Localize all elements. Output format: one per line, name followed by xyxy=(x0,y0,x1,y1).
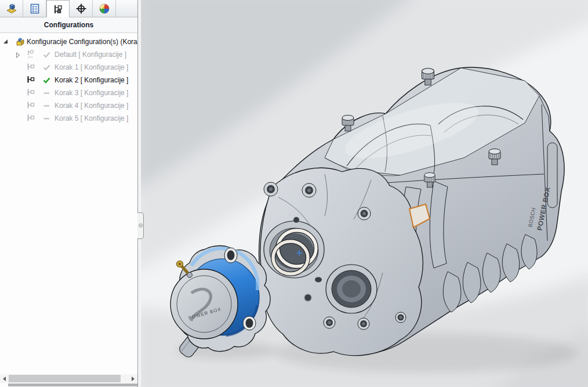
featuremanager-icon xyxy=(6,3,17,15)
configuration-icon xyxy=(27,88,35,96)
tree-item-korak-1[interactable]: Korak 1 [ Konfiguracije ] xyxy=(0,62,137,74)
status-check-gray-icon xyxy=(43,64,50,71)
tree-item-default[interactable]: Default [ Konfiguracije ] xyxy=(0,49,137,62)
scrollbar-thumb[interactable] xyxy=(9,375,121,382)
expand-arrow-icon[interactable] xyxy=(15,52,21,58)
tree-item-label: Korak 3 [ Konfiguracije ] xyxy=(55,89,128,97)
manager-tab-strip xyxy=(0,0,137,17)
tree-item-korak-3[interactable]: Korak 3 [ Konfiguracije ] xyxy=(0,87,137,100)
scroll-right-icon xyxy=(132,377,135,381)
panel-header: Configurations xyxy=(0,17,137,33)
tree-item-label: Korak 5 [ Konfiguracije ] xyxy=(55,114,128,122)
tree-item-label: Korak 2 [ Konfiguracije ] xyxy=(55,76,128,84)
flange-hole xyxy=(304,294,311,301)
displaymanager-icon xyxy=(99,3,110,15)
status-dash-icon xyxy=(43,90,50,96)
derived-configuration-icon xyxy=(27,50,34,59)
configuration-icon xyxy=(27,114,35,122)
3d-model-view: BOSCH POWER BOX xyxy=(141,0,588,387)
horizontal-scrollbar[interactable] xyxy=(0,374,137,383)
scrollbar-track[interactable] xyxy=(9,374,129,383)
collapse-arrow-icon[interactable] xyxy=(3,39,9,45)
flange-hole xyxy=(315,277,322,283)
tab-displaymanager[interactable] xyxy=(93,0,116,17)
graphics-viewport[interactable]: BOSCH POWER BOX xyxy=(141,0,588,387)
main-bore xyxy=(326,265,377,313)
tab-configurationmanager[interactable] xyxy=(46,0,70,17)
configurationmanager-icon xyxy=(52,3,64,15)
configuration-tree: Konfiguracije Configuration(s) (Kora xyxy=(0,36,137,125)
splitter-grip[interactable] xyxy=(137,212,144,239)
splitter-grip-dot xyxy=(139,223,143,227)
tree-item-label: Korak 1 [ Konfiguracije ] xyxy=(55,63,128,71)
solidworks-window: Configurations Konfiguracije Configurati… xyxy=(0,0,588,387)
dimxpertmanager-icon xyxy=(75,3,87,15)
configuration-icon xyxy=(27,101,35,109)
scroll-right-button[interactable] xyxy=(129,374,137,383)
tree-item-korak-5[interactable]: Korak 5 [ Konfiguracije ] xyxy=(0,113,137,125)
panel-bottom-edge xyxy=(8,384,137,386)
tree-item-label: Default [ Konfiguracije ] xyxy=(55,50,126,59)
configuration-manager-panel: Configurations Konfiguracije Configurati… xyxy=(0,0,137,387)
tab-dimxpertmanager[interactable] xyxy=(70,0,93,17)
tab-featuremanager[interactable] xyxy=(0,0,23,17)
status-check-gray-icon xyxy=(43,52,50,58)
front-housing-plate[interactable] xyxy=(260,168,423,355)
tree-root-configurations[interactable]: Konfiguracije Configuration(s) (Kora xyxy=(0,36,137,49)
flange-hole xyxy=(293,217,299,223)
tree-item-korak-4[interactable]: Korak 4 [ Konfiguracije ] xyxy=(0,100,137,113)
scroll-left-icon xyxy=(3,377,6,381)
tree-root-label: Konfiguracije Configuration(s) (Kora xyxy=(27,38,137,46)
tab-propertymanager[interactable] xyxy=(23,0,46,17)
propertymanager-icon xyxy=(29,3,41,15)
bore-with-spring xyxy=(264,221,324,278)
status-dash-icon xyxy=(43,115,50,122)
status-check-green-icon xyxy=(43,77,50,84)
status-dash-icon xyxy=(43,103,50,109)
tab-strip-filler xyxy=(116,0,137,17)
panel-title: Configurations xyxy=(44,21,93,29)
panel-splitter[interactable] xyxy=(137,0,141,387)
configurations-root-icon xyxy=(15,37,25,47)
tree-item-korak-2-active[interactable]: Korak 2 [ Konfiguracije ] xyxy=(0,74,137,87)
configuration-icon xyxy=(27,63,35,71)
tree-item-label: Korak 4 [ Konfiguracije ] xyxy=(55,102,128,110)
scroll-left-button[interactable] xyxy=(0,374,9,383)
configuration-active-icon xyxy=(27,75,35,84)
